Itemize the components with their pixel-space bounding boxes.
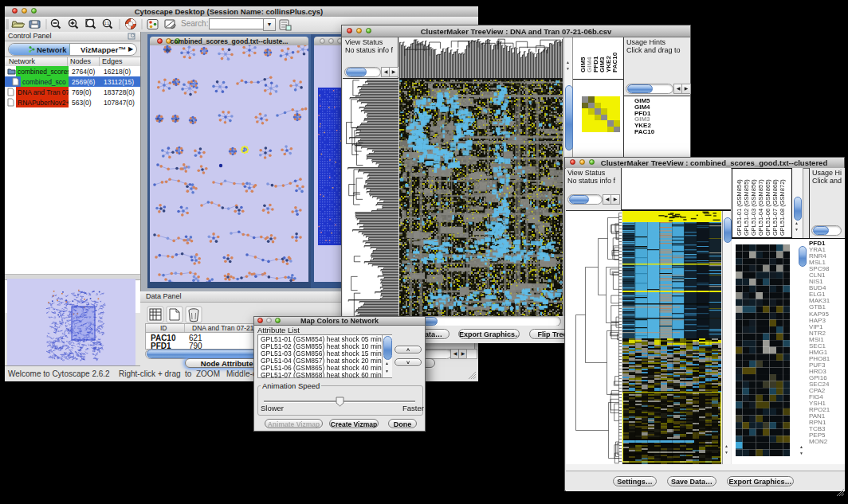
svg-text:1:1: 1:1 bbox=[104, 21, 110, 25]
